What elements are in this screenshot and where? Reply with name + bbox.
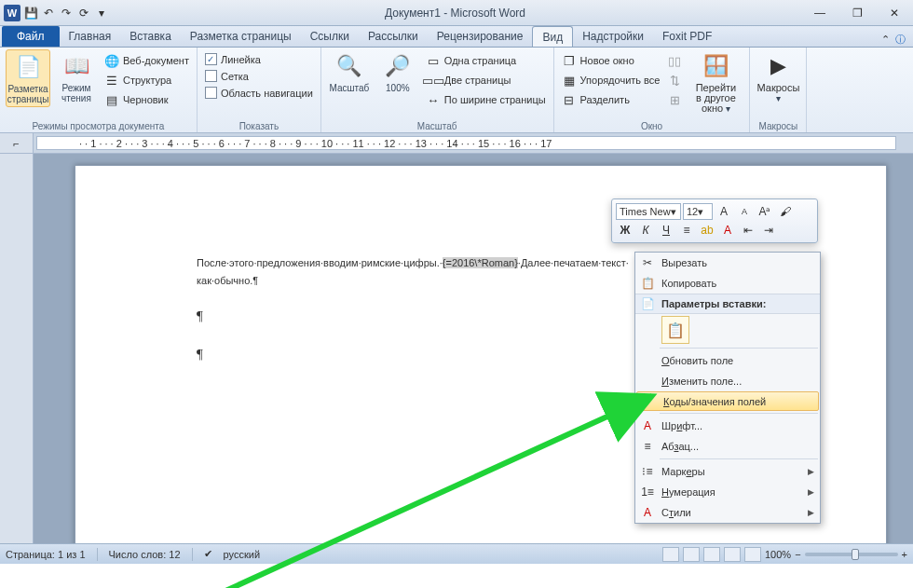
view-draft-button[interactable] bbox=[744, 547, 761, 562]
indent-inc-icon[interactable]: ⇥ bbox=[759, 222, 778, 239]
tab-addins[interactable]: Надстройки bbox=[573, 26, 653, 47]
navpane-check[interactable]: Область навигации bbox=[203, 86, 315, 100]
page[interactable]: После·этого·предложения·вводим·римские·ц… bbox=[75, 165, 887, 543]
tab-review[interactable]: Рецензирование bbox=[428, 26, 533, 47]
help-icon[interactable]: ⓘ bbox=[895, 33, 906, 47]
reset-pos-button: ⊞ bbox=[665, 91, 684, 108]
newwin-label: Новое окно bbox=[580, 55, 634, 66]
onepage-button[interactable]: ▭Одна страница bbox=[424, 52, 548, 69]
ribbon: 📄 Разметка страницы 📖 Режим чтения 🌐Веб-… bbox=[0, 48, 913, 133]
ruler-label: Линейка bbox=[221, 54, 261, 65]
font-selector[interactable]: Times New ▾ bbox=[616, 203, 681, 220]
zoom-label: Масштаб bbox=[329, 83, 369, 93]
save-icon[interactable]: 💾 bbox=[23, 6, 38, 21]
newwin-button[interactable]: ❐Новое окно bbox=[560, 52, 662, 69]
qat-dropdown-icon[interactable]: ▾ bbox=[94, 6, 109, 21]
print-layout-button[interactable]: 📄 Разметка страницы bbox=[6, 49, 50, 107]
para-icon: ≡ bbox=[640, 439, 655, 454]
undo-icon[interactable]: ↶ bbox=[41, 6, 56, 21]
ctx-paste-header: 📄Параметры вставки: bbox=[635, 294, 820, 314]
indent-dec-icon[interactable]: ⇤ bbox=[739, 222, 757, 239]
format-painter-icon[interactable]: 🖌 bbox=[776, 203, 795, 220]
web-label: Веб-документ bbox=[123, 55, 189, 66]
twopages-button[interactable]: ▭▭Две страницы bbox=[424, 72, 548, 89]
zoom-out-icon[interactable]: − bbox=[795, 549, 800, 560]
status-language[interactable]: русский bbox=[224, 549, 260, 560]
tab-refs[interactable]: Ссылки bbox=[301, 26, 359, 47]
pagewidth-button[interactable]: ↔По ширине страницы bbox=[424, 91, 548, 108]
align-center-icon[interactable]: ≡ bbox=[677, 222, 696, 239]
document-scroll[interactable]: После·этого·предложения·вводим·римские·ц… bbox=[34, 154, 913, 543]
ribbon-min-icon[interactable]: ⌃ bbox=[881, 34, 890, 46]
font-color-icon[interactable]: A bbox=[718, 222, 737, 239]
horizontal-ruler[interactable]: · · 1 · · · 2 · · · 3 · · · 4 · · · 5 · … bbox=[36, 136, 896, 150]
ctx-edit-field[interactable]: Изменить поле... bbox=[635, 371, 820, 391]
ctx-toggle-field-codes[interactable]: Коды/значения полей bbox=[636, 391, 819, 411]
zoom-thumb[interactable] bbox=[852, 549, 859, 560]
numbering-icon: 1≡ bbox=[640, 485, 655, 499]
underline-icon[interactable]: Ч bbox=[657, 222, 675, 239]
ctx-paragraph[interactable]: ≡Абзац... bbox=[635, 436, 820, 457]
maximize-button[interactable]: ❐ bbox=[838, 2, 876, 24]
context-menu: ✂Вырезать 📋Копировать 📄Параметры вставки… bbox=[634, 252, 821, 524]
redo-icon[interactable]: ↷ bbox=[59, 6, 74, 21]
grow-font-icon[interactable]: A bbox=[715, 203, 733, 220]
close-button[interactable]: ✕ bbox=[876, 2, 913, 24]
macros-button[interactable]: ▶ Макросы▾ bbox=[756, 49, 800, 105]
size-selector[interactable]: 12 ▾ bbox=[683, 203, 713, 220]
view-print-button[interactable] bbox=[662, 547, 679, 562]
zoom-in-icon[interactable]: + bbox=[902, 549, 907, 560]
spell-icon[interactable]: ✔ bbox=[204, 548, 212, 560]
ctx-update-field[interactable]: Обновить поле bbox=[635, 350, 820, 371]
view-read-button[interactable] bbox=[683, 547, 700, 562]
shrink-font-icon[interactable]: A bbox=[735, 203, 754, 220]
view-outline-button[interactable] bbox=[724, 547, 741, 562]
switch-window-button[interactable]: 🪟 Перейти в другое окно ▾ bbox=[688, 49, 743, 116]
help-area: ⌃ ⓘ bbox=[881, 33, 906, 47]
split-button[interactable]: ⊟Разделить bbox=[560, 91, 662, 108]
switch-icon: 🪟 bbox=[701, 51, 730, 81]
tab-view[interactable]: Вид bbox=[532, 26, 573, 47]
status-zoom[interactable]: 100% bbox=[765, 549, 791, 560]
show-group-label: Показать bbox=[203, 120, 315, 132]
ctx-separator bbox=[660, 348, 818, 349]
tab-foxit[interactable]: Foxit PDF bbox=[653, 26, 721, 47]
file-tab[interactable]: Файл bbox=[2, 26, 60, 47]
italic-icon[interactable]: К bbox=[636, 222, 655, 239]
tab-mail[interactable]: Рассылки bbox=[359, 26, 428, 47]
tab-insert[interactable]: Вставка bbox=[120, 26, 181, 47]
draft-button[interactable]: ▤Черновик bbox=[102, 91, 191, 108]
ctx-numbering[interactable]: 1≡Нумерация▶ bbox=[635, 482, 820, 502]
bullets-icon: ⁝≡ bbox=[640, 464, 655, 479]
refresh-icon[interactable]: ⟳ bbox=[76, 6, 91, 21]
ctx-styles[interactable]: AСтили▶ bbox=[635, 502, 820, 523]
print-layout-label: Разметка страницы bbox=[7, 84, 49, 104]
ctx-bullets[interactable]: ⁝≡Маркеры▶ bbox=[635, 461, 820, 482]
reading-button[interactable]: 📖 Режим чтения bbox=[54, 49, 99, 105]
view-web-button[interactable] bbox=[703, 547, 720, 562]
arrange-button[interactable]: ▦Упорядочить все bbox=[560, 72, 662, 89]
ruler-check[interactable]: ✓Линейка bbox=[203, 52, 315, 66]
zoom100-button[interactable]: 🔎 100% bbox=[375, 49, 420, 95]
web-layout-button[interactable]: 🌐Веб-документ bbox=[102, 52, 191, 69]
arrange-label: Упорядочить все bbox=[580, 75, 661, 86]
paste-option-button[interactable]: 📋 bbox=[661, 316, 689, 344]
pagewidth-label: По ширине страницы bbox=[444, 94, 546, 105]
ctx-font[interactable]: AШрифт... bbox=[635, 416, 820, 436]
styles-icon[interactable]: Aᵃ bbox=[756, 203, 774, 220]
ctx-copy: 📋Копировать bbox=[635, 273, 820, 294]
quick-access-toolbar: W 💾 ↶ ↷ ⟳ ▾ bbox=[0, 5, 109, 21]
highlight-icon[interactable]: ab bbox=[698, 222, 716, 239]
zoom-button[interactable]: 🔍 Масштаб bbox=[327, 49, 372, 95]
minimize-button[interactable]: — bbox=[801, 2, 838, 24]
field-code[interactable]: {=2016\*Roman} bbox=[443, 257, 518, 268]
zoom-slider[interactable] bbox=[805, 553, 898, 556]
status-page[interactable]: Страница: 1 из 1 bbox=[6, 549, 86, 560]
grid-check[interactable]: Сетка bbox=[203, 69, 315, 83]
tab-layout[interactable]: Разметка страницы bbox=[181, 26, 301, 47]
tab-home[interactable]: Главная bbox=[60, 26, 121, 47]
outline-button[interactable]: ☰Структура bbox=[102, 72, 191, 89]
vertical-ruler[interactable] bbox=[0, 154, 34, 543]
status-words[interactable]: Число слов: 12 bbox=[109, 549, 181, 560]
bold-icon[interactable]: Ж bbox=[616, 222, 634, 239]
